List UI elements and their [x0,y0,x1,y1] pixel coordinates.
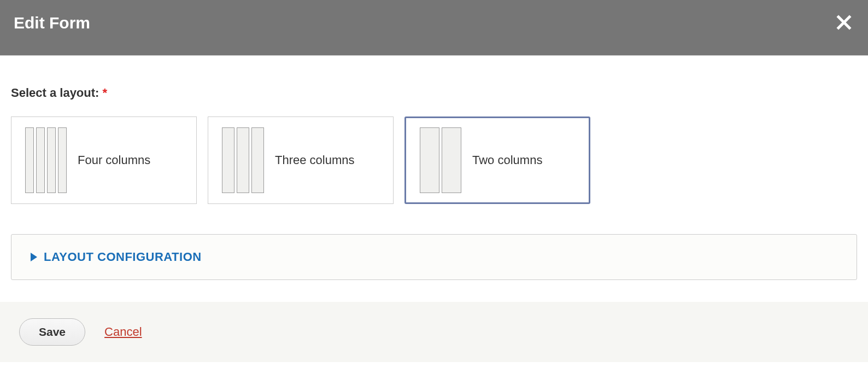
close-icon [836,12,852,34]
three-columns-icon [222,127,264,193]
layout-options: Four columns Three columns Two columns [11,116,857,204]
layout-option-two-columns[interactable]: Two columns [404,116,590,204]
layout-label: Two columns [472,153,542,167]
layout-option-four-columns[interactable]: Four columns [11,116,197,204]
chevron-right-icon [31,253,38,261]
close-button[interactable] [836,14,852,33]
layout-option-three-columns[interactable]: Three columns [208,116,394,204]
select-layout-label: Select a layout: * [11,86,857,100]
svg-marker-0 [31,253,37,261]
modal-footer: Save Cancel [0,302,868,362]
modal-header: Edit Form [0,0,868,56]
save-button[interactable]: Save [19,318,85,346]
modal-title: Edit Form [14,14,90,32]
layout-configuration-accordion[interactable]: LAYOUT CONFIGURATION [11,234,857,280]
two-columns-icon [420,127,461,193]
cancel-link[interactable]: Cancel [104,325,142,339]
required-indicator: * [103,86,108,100]
four-columns-icon [25,127,67,193]
accordion-header[interactable]: LAYOUT CONFIGURATION [31,250,837,264]
layout-label: Four columns [78,153,150,167]
accordion-title: LAYOUT CONFIGURATION [44,250,202,264]
layout-label: Three columns [275,153,355,167]
edit-form-modal: Edit Form Select a layout: * Four column… [0,0,868,362]
modal-body: Select a layout: * Four columns Three co… [0,56,868,302]
